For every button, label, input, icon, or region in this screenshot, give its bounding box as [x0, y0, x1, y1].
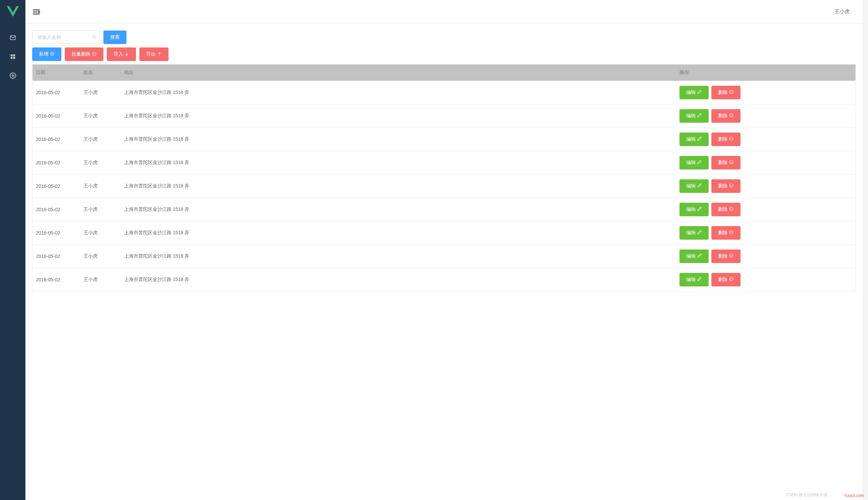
sidebar-item-mail[interactable]: [0, 29, 25, 47]
cell-address: 上海市普陀区金沙江路 1518 弄: [121, 151, 676, 174]
search-button[interactable]: 搜索: [103, 31, 126, 44]
cell-action: 编辑删除: [676, 268, 856, 291]
cell-name: 王小虎: [80, 221, 121, 245]
edit-button-label: 编辑: [686, 206, 696, 213]
add-button[interactable]: 新增: [32, 47, 61, 61]
delete-button[interactable]: 删除: [711, 133, 741, 146]
delete-button-label: 删除: [718, 160, 728, 166]
cell-date: 2016-05-02: [33, 151, 80, 174]
cell-date: 2016-05-02: [33, 174, 80, 197]
circle-minus-icon: [729, 206, 734, 212]
edit-button-label: 编辑: [686, 230, 696, 236]
export-button[interactable]: 导出: [139, 47, 169, 61]
cell-name: 王小虎: [80, 104, 121, 127]
circle-plus-icon: [50, 52, 55, 57]
svg-rect-8: [33, 13, 40, 14]
cell-address: 上海市普陀区金沙江路 1518 弄: [121, 245, 676, 268]
edit-button-label: 编辑: [686, 90, 696, 95]
user-menu[interactable]: 王小虎: [834, 9, 856, 15]
edit-button-label: 编辑: [686, 183, 696, 189]
edit-button[interactable]: 编辑: [679, 109, 709, 123]
collapse-sidebar-button[interactable]: [32, 8, 40, 16]
arrow-down-icon: [124, 52, 129, 57]
table-row: 2016-05-02王小虎上海市普陀区金沙江路 1518 弄编辑删除: [33, 151, 856, 174]
svg-rect-1: [11, 54, 13, 56]
content-area: 搜索 新增 批量删除 导入: [25, 24, 863, 500]
watermark-site: Yuucn.com: [844, 493, 864, 498]
delete-button[interactable]: 删除: [711, 156, 741, 170]
edit-button[interactable]: 编辑: [679, 86, 709, 99]
search-input[interactable]: [32, 31, 100, 44]
cell-address: 上海市普陀区金沙江路 1518 弄: [121, 81, 676, 104]
cell-date: 2016-05-02: [33, 197, 80, 221]
user-name-label: 王小虎: [834, 9, 850, 15]
svg-marker-9: [38, 11, 40, 13]
search-input-wrapper: [32, 31, 100, 44]
table-row: 2016-05-02王小虎上海市普陀区金沙江路 1518 弄编辑删除: [33, 127, 856, 151]
edit-button[interactable]: 编辑: [679, 179, 709, 193]
delete-button[interactable]: 删除: [711, 109, 741, 123]
delete-button-label: 删除: [718, 183, 728, 189]
cell-date: 2016-05-02: [33, 268, 80, 291]
edit-icon: [697, 206, 702, 212]
edit-button[interactable]: 编辑: [679, 156, 709, 170]
cell-date: 2016-05-02: [33, 127, 80, 151]
edit-icon: [697, 230, 702, 236]
th-action: 操作: [676, 65, 856, 81]
edit-button[interactable]: 编辑: [679, 273, 709, 286]
svg-rect-7: [33, 12, 38, 13]
arrow-up-icon: [157, 52, 162, 57]
cell-action: 编辑删除: [676, 104, 856, 127]
edit-button-label: 编辑: [686, 113, 696, 119]
edit-icon: [697, 113, 702, 118]
batch-delete-button[interactable]: 批量删除: [65, 47, 103, 61]
delete-button[interactable]: 删除: [711, 179, 741, 193]
cell-address: 上海市普陀区金沙江路 1518 弄: [121, 174, 676, 197]
cell-name: 王小虎: [80, 268, 121, 291]
cell-name: 王小虎: [80, 127, 121, 151]
delete-button-label: 删除: [718, 276, 728, 283]
delete-button-label: 删除: [718, 230, 728, 236]
vue-logo-icon: [7, 6, 19, 18]
edit-icon: [697, 90, 702, 95]
table-row: 2016-05-02王小虎上海市普陀区金沙江路 1518 弄编辑删除: [33, 268, 856, 291]
cell-action: 编辑删除: [676, 174, 856, 197]
table-row: 2016-05-02王小虎上海市普陀区金沙江路 1518 弄编辑删除: [33, 245, 856, 268]
sidebar-item-grid[interactable]: [0, 47, 25, 66]
delete-button-label: 删除: [718, 113, 728, 119]
cell-action: 编辑删除: [676, 221, 856, 245]
cell-address: 上海市普陀区金沙江路 1518 弄: [121, 221, 676, 245]
cell-name: 王小虎: [80, 197, 121, 221]
grid-icon: [10, 53, 16, 61]
delete-button[interactable]: 删除: [711, 86, 741, 99]
delete-button[interactable]: 删除: [711, 250, 741, 263]
page-scrollbar[interactable]: [863, 0, 868, 500]
svg-rect-2: [13, 54, 15, 56]
delete-button[interactable]: 删除: [711, 203, 741, 216]
add-button-label: 新增: [39, 51, 48, 57]
sidebar-item-settings[interactable]: [0, 66, 25, 86]
circle-minus-icon: [729, 90, 734, 95]
cell-action: 编辑删除: [676, 127, 856, 151]
circle-minus-icon: [729, 253, 734, 259]
delete-button[interactable]: 删除: [711, 226, 741, 240]
cell-name: 王小虎: [80, 151, 121, 174]
edit-button-label: 编辑: [686, 253, 696, 259]
edit-button-label: 编辑: [686, 276, 696, 283]
chevron-down-icon: [852, 9, 856, 14]
edit-button[interactable]: 编辑: [679, 226, 709, 240]
cell-name: 王小虎: [80, 174, 121, 197]
watermark-csdn: CSDN @云边的快乐猫: [786, 492, 827, 498]
circle-minus-icon: [729, 160, 734, 166]
export-button-label: 导出: [146, 51, 156, 57]
sidebar: [0, 0, 25, 500]
topbar: 王小虎: [25, 0, 863, 24]
edit-button[interactable]: 编辑: [679, 133, 709, 146]
batch-delete-label: 批量删除: [71, 51, 91, 57]
edit-button[interactable]: 编辑: [679, 250, 709, 263]
cell-action: 编辑删除: [676, 81, 856, 104]
import-button[interactable]: 导入: [107, 47, 136, 61]
edit-button[interactable]: 编辑: [679, 203, 709, 216]
delete-button[interactable]: 删除: [711, 273, 741, 286]
cell-name: 王小虎: [80, 245, 121, 268]
